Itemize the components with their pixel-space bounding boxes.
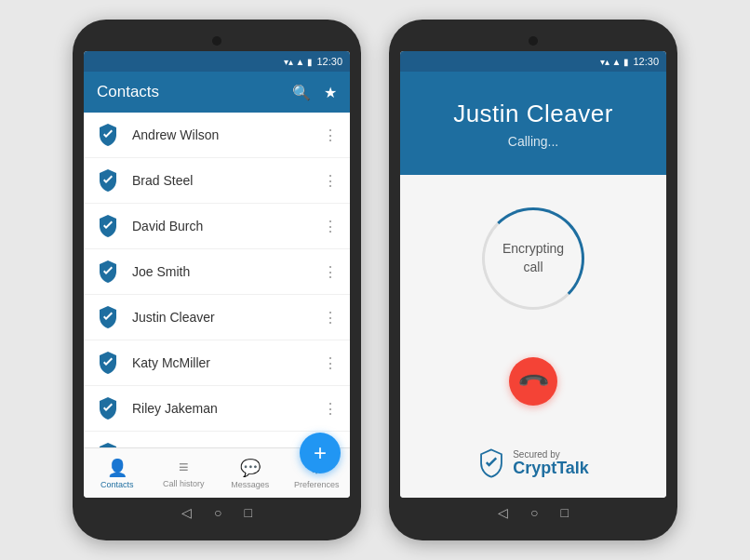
recents-button[interactable]: □	[561, 505, 569, 520]
contact-name: Riley Jakeman	[132, 401, 323, 416]
wifi-icon: ▾▴	[600, 57, 609, 67]
contact-item-brad-steel[interactable]: Brad Steel ⋮	[84, 158, 350, 204]
status-time: 12:30	[633, 56, 659, 67]
caller-name: Justin Cleaver	[453, 100, 613, 128]
recents-button[interactable]: □	[245, 505, 252, 520]
shield-icon	[95, 395, 121, 421]
calling-header: Justin Cleaver Calling...	[400, 72, 666, 175]
home-bar: ◁ ○ □	[400, 498, 666, 524]
calling-screen: ▾▴ ▲ ▮ 12:30 Justin Cleaver Calling... E…	[400, 51, 666, 498]
home-button[interactable]: ○	[530, 505, 538, 520]
phone-icon: 📞	[516, 364, 550, 398]
more-options-icon[interactable]: ⋮	[323, 127, 339, 144]
signal-icon: ▲	[612, 57, 622, 67]
plus-icon: +	[314, 440, 327, 466]
contact-item-katy-mcmiller[interactable]: Katy McMiller ⋮	[84, 340, 350, 386]
nav-messages[interactable]: 💬 Messages	[217, 448, 284, 498]
end-call-button[interactable]: 📞	[509, 357, 557, 406]
messages-nav-label: Messages	[231, 480, 269, 489]
call-history-nav-icon: ≡	[179, 458, 189, 477]
contacts-nav-icon: 👤	[107, 458, 127, 478]
contact-name: Justin Cleaver	[132, 310, 323, 325]
contact-name: Katy McMiller	[132, 355, 323, 370]
back-button[interactable]: ◁	[181, 505, 192, 520]
calling-content: Justin Cleaver Calling... Encryptingcall…	[400, 72, 666, 498]
contacts-header: Contacts 🔍 ★	[84, 72, 350, 113]
battery-icon: ▮	[623, 57, 629, 67]
more-options-icon[interactable]: ⋮	[323, 263, 339, 281]
more-options-icon[interactable]: ⋮	[323, 309, 339, 327]
more-options-icon[interactable]: ⋮	[323, 218, 339, 235]
search-icon[interactable]: 🔍	[292, 84, 311, 101]
secured-by-label: Secured by	[513, 449, 589, 460]
contact-item-joe-smith[interactable]: Joe Smith ⋮	[84, 249, 350, 295]
shield-icon	[95, 213, 121, 239]
phone-contacts: ▾▴ ▲ ▮ 12:30 Contacts 🔍 ★ Andrew Wilson	[73, 20, 361, 540]
add-contact-fab[interactable]: +	[300, 433, 341, 473]
contacts-screen: ▾▴ ▲ ▮ 12:30 Contacts 🔍 ★ Andrew Wilson	[84, 51, 350, 498]
contact-list: Andrew Wilson ⋮ Brad Steel ⋮ David Burch…	[84, 113, 350, 447]
home-bar: ◁ ○ □	[84, 498, 350, 524]
wifi-icon: ▾▴	[284, 57, 293, 67]
status-icons: ▾▴ ▲ ▮	[284, 57, 314, 67]
shield-icon	[95, 350, 121, 376]
more-options-icon[interactable]: ⋮	[323, 400, 339, 418]
header-icons: 🔍 ★	[292, 84, 337, 101]
contact-name: Joe Smith	[132, 264, 323, 279]
contact-name: David Burch	[132, 219, 323, 233]
crypttalk-shield-icon	[477, 447, 505, 479]
shield-icon	[95, 304, 121, 330]
contact-item-justin-cleaver[interactable]: Justin Cleaver ⋮	[84, 295, 350, 340]
encrypt-text: Encryptingcall	[502, 240, 564, 276]
contact-name: Andrew Wilson	[132, 127, 323, 142]
brand-name-label: CryptTalk	[513, 460, 589, 478]
call-status: Calling...	[508, 134, 558, 149]
messages-nav-icon: 💬	[240, 458, 261, 478]
call-history-nav-label: Call history	[163, 479, 205, 488]
nav-contacts[interactable]: 👤 Contacts	[84, 448, 151, 498]
status-time: 12:30	[316, 56, 342, 67]
status-bar: ▾▴ ▲ ▮ 12:30	[400, 51, 666, 72]
contact-item-andrew-wilson[interactable]: Andrew Wilson ⋮	[84, 113, 350, 158]
nav-call-history[interactable]: ≡ Call history	[151, 448, 218, 498]
contacts-nav-label: Contacts	[100, 480, 134, 489]
calling-body: Encryptingcall 📞 Secured by CryptTalk	[400, 175, 666, 498]
shield-icon	[95, 122, 121, 148]
contacts-title: Contacts	[97, 83, 159, 101]
status-icons: ▾▴ ▲ ▮	[600, 57, 630, 67]
brand-container: Secured by CryptTalk	[477, 447, 589, 479]
phone-calling: ▾▴ ▲ ▮ 12:30 Justin Cleaver Calling... E…	[389, 20, 677, 540]
shield-icon	[95, 259, 121, 285]
shield-icon	[95, 441, 121, 447]
signal-icon: ▲	[296, 57, 305, 67]
shield-icon	[95, 167, 121, 193]
star-icon[interactable]: ★	[324, 84, 337, 101]
front-camera	[529, 36, 538, 46]
more-options-icon[interactable]: ⋮	[323, 354, 339, 372]
front-camera	[212, 36, 221, 46]
status-bar: ▾▴ ▲ ▮ 12:30	[84, 51, 350, 72]
contact-item-david-burch[interactable]: David Burch ⋮	[84, 204, 350, 249]
home-button[interactable]: ○	[214, 505, 221, 520]
back-button[interactable]: ◁	[498, 505, 508, 520]
encrypt-spinner: Encryptingcall	[477, 203, 589, 314]
brand-text: Secured by CryptTalk	[513, 449, 589, 478]
contact-name: Brad Steel	[132, 173, 323, 188]
preferences-nav-label: Preferences	[294, 480, 340, 489]
more-options-icon[interactable]: ⋮	[323, 172, 339, 190]
contact-item-riley-jakeman[interactable]: Riley Jakeman ⋮	[84, 386, 350, 432]
battery-icon: ▮	[307, 57, 313, 67]
